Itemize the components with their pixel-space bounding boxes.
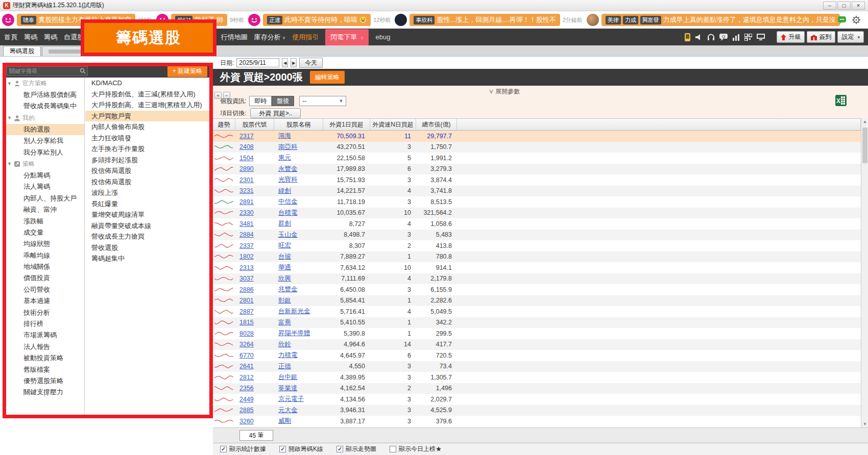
expand-params-toggle[interactable]: ∨ 展開參數 bbox=[489, 87, 520, 96]
sidebar-item[interactable]: 法人報告 bbox=[4, 341, 84, 352]
table-row[interactable]: 2891中信金11,718.1938,513.5 bbox=[213, 196, 861, 208]
stock-code-link[interactable]: 2449 bbox=[239, 396, 254, 403]
stock-name-link[interactable]: 兆豐金 bbox=[278, 285, 298, 294]
nav-item-籌碼[interactable]: 籌碼 bbox=[24, 33, 37, 42]
sidebar-item[interactable]: 別人分享給我 bbox=[4, 135, 84, 146]
table-row[interactable]: 8028昇陽半導體5,390.81299.5 bbox=[213, 328, 861, 339]
strategy-list-item[interactable]: 籌碼超集中 bbox=[85, 253, 209, 264]
support-chat-icon[interactable]: Q bbox=[719, 34, 728, 41]
stock-code-link[interactable]: 2890 bbox=[239, 165, 254, 172]
debug-menu-fragment[interactable]: ebug bbox=[375, 33, 390, 41]
nav-item-看盤室[interactable]: 看盤室 bbox=[143, 33, 163, 42]
vertical-scrollbar[interactable]: ▲ ▼ bbox=[861, 118, 868, 427]
stock-code-link[interactable]: 1802 bbox=[239, 253, 254, 260]
today-button[interactable]: 今天 bbox=[299, 58, 323, 68]
sidebar-item[interactable]: 散戶活絡股價創高 bbox=[4, 89, 84, 100]
stock-name-link[interactable]: 元大金 bbox=[278, 406, 298, 415]
monitor-icon[interactable] bbox=[757, 34, 765, 40]
gear-icon[interactable] bbox=[852, 15, 861, 24]
tab-obscured-1[interactable] bbox=[42, 46, 88, 56]
table-row[interactable]: 2317鴻海70,509.311129,797.7 bbox=[213, 131, 861, 142]
sidebar-item[interactable]: 公司營收 bbox=[4, 284, 84, 295]
display-option[interactable]: ✓顯示走勢圖 bbox=[336, 445, 376, 453]
afterhours-toggle[interactable]: 盤後 bbox=[272, 96, 294, 106]
ticker-message[interactable]: 正達此時不賣等待何時，嘻嘻 bbox=[263, 14, 371, 26]
column-header[interactable]: 趨勢 bbox=[213, 119, 235, 130]
sidebar-item[interactable]: 市場派籌碼 bbox=[4, 330, 84, 341]
stock-name-link[interactable]: 威剛 bbox=[278, 417, 291, 425]
new-strategy-button[interactable]: + 新建策略 bbox=[167, 65, 207, 77]
table-row[interactable]: 3264欣銓4,964.614417.7 bbox=[213, 339, 861, 350]
stock-code-link[interactable]: 2317 bbox=[239, 133, 254, 140]
table-row[interactable]: 2812台中銀4,389.9531,305.7 bbox=[213, 372, 861, 383]
strategy-list-item[interactable]: 大戶持股創高、連三週增(累積登入用) bbox=[85, 99, 209, 111]
stock-code-link[interactable]: 2887 bbox=[239, 308, 254, 315]
nav-item-自選股看盤[interactable]: 自選股看盤 bbox=[64, 33, 97, 42]
sidebar-item[interactable]: 漲跌幅 bbox=[4, 216, 84, 227]
navbtn-設定[interactable]: 設定▾ bbox=[837, 31, 864, 43]
sidebar-item[interactable]: 均線狀態 bbox=[4, 238, 84, 249]
nav-item-行情地圖[interactable]: 行情地圖 bbox=[221, 33, 248, 42]
stock-code-link[interactable]: 2884 bbox=[239, 231, 254, 238]
display-option[interactable]: 顯示今日上榜★ bbox=[390, 445, 442, 453]
column-header[interactable]: 外資連N日買超 bbox=[370, 119, 416, 130]
stock-code-link[interactable]: 1815 bbox=[239, 319, 254, 326]
ticker-message[interactable]: 美律力成興富發力成早上真的差點漲停了，還填息填息是意料之內，只是沒 bbox=[601, 14, 840, 26]
checkbox-checked-icon[interactable]: ✓ bbox=[220, 446, 227, 452]
sidebar-category-我的[interactable]: ▼我的 bbox=[4, 112, 84, 124]
excel-export-icon[interactable]: X bbox=[835, 95, 847, 106]
edit-strategy-button[interactable]: 編輯策略 bbox=[310, 71, 345, 84]
stock-code-link[interactable]: 2356 bbox=[239, 385, 254, 392]
sidebar-item[interactable]: 關鍵支撐壓力 bbox=[4, 387, 84, 398]
sidebar-item[interactable]: 地域關係 bbox=[4, 261, 84, 272]
table-row[interactable]: 3481群創8,72741,058.6 bbox=[213, 218, 861, 230]
stock-name-link[interactable]: 彰銀 bbox=[278, 296, 291, 305]
sidebar-item[interactable]: 乖離均線 bbox=[4, 250, 84, 261]
sidebar-item[interactable]: 技術分析 bbox=[4, 307, 84, 318]
strategy-list-item[interactable]: 內部人偷偷布局股 bbox=[85, 121, 209, 133]
stock-name-link[interactable]: 華通 bbox=[278, 263, 291, 272]
nav-item-首頁[interactable]: 首頁 bbox=[4, 33, 17, 42]
stock-name-link[interactable]: 永豐金 bbox=[278, 165, 298, 173]
table-row[interactable]: 1504東元22,150.5851,991.2 bbox=[213, 153, 861, 164]
sidebar-item[interactable]: 舊版檔案 bbox=[4, 364, 84, 375]
table-row[interactable]: 2641正德4,550373.4 bbox=[213, 361, 861, 372]
table-row[interactable]: 3037欣興7,111.6942,179.8 bbox=[213, 273, 861, 285]
table-row[interactable]: 2890永豐金17,989.8363,279.3 bbox=[213, 164, 861, 175]
stats-icon[interactable] bbox=[732, 34, 740, 41]
table-row[interactable]: 1802台玻7,889.271780.8 bbox=[213, 251, 861, 263]
stock-code-link[interactable]: 3481 bbox=[239, 220, 254, 228]
stock-code-link[interactable]: 8028 bbox=[239, 330, 254, 337]
sidebar-item[interactable]: 法人籌碼 bbox=[4, 181, 84, 192]
sidebar-item[interactable]: 融資、當沖 bbox=[4, 204, 84, 215]
stock-name-link[interactable]: 群創 bbox=[278, 219, 291, 228]
stock-name-link[interactable]: 正德 bbox=[278, 362, 291, 371]
avatar[interactable] bbox=[248, 14, 260, 26]
column-header[interactable]: 股票代號 bbox=[235, 119, 274, 130]
sidebar-item[interactable]: 優勢選股策略 bbox=[4, 375, 84, 387]
tab-obscured-2[interactable] bbox=[89, 46, 135, 56]
item-switch-button[interactable]: 外資 買超>.. bbox=[250, 108, 301, 118]
sidebar-category-策略[interactable]: ▼策略 bbox=[4, 158, 84, 170]
stock-code-link[interactable]: 2812 bbox=[239, 374, 254, 381]
close-button[interactable]: ✕ bbox=[852, 2, 865, 10]
record-count-box[interactable]: 45筆 bbox=[239, 430, 273, 441]
table-row[interactable]: 2801彰銀5,854.4112,282.6 bbox=[213, 295, 861, 307]
display-option[interactable]: ✓開啟籌碼K線 bbox=[279, 445, 323, 453]
phone-icon[interactable] bbox=[685, 33, 690, 41]
maximize-button[interactable]: ▢ bbox=[837, 2, 851, 10]
table-row[interactable]: 2356英業達4,162.5421,496 bbox=[213, 383, 861, 394]
stock-name-link[interactable]: 玉山金 bbox=[278, 231, 298, 239]
stock-name-link[interactable]: 富喬 bbox=[278, 318, 291, 327]
sidebar-item[interactable]: 內部人、持股大戶 bbox=[4, 193, 84, 204]
stock-name-link[interactable]: 南亞科 bbox=[278, 143, 298, 151]
stock-name-link[interactable]: 欣銓 bbox=[278, 340, 291, 349]
strategy-list-item[interactable]: 長紅爆量 bbox=[85, 198, 209, 210]
sidebar-item[interactable]: 排行榜 bbox=[4, 318, 84, 330]
table-row[interactable]: 2337旺宏8,3072413.8 bbox=[213, 240, 861, 251]
stock-name-link[interactable]: 台玻 bbox=[278, 252, 291, 261]
column-header[interactable]: 股票名稱 bbox=[274, 119, 323, 130]
sidebar-item[interactable]: 基本過濾 bbox=[4, 295, 84, 307]
column-header[interactable]: 外資1日買超 bbox=[323, 119, 370, 130]
nav-item-K線[interactable]: K線 bbox=[170, 33, 181, 42]
